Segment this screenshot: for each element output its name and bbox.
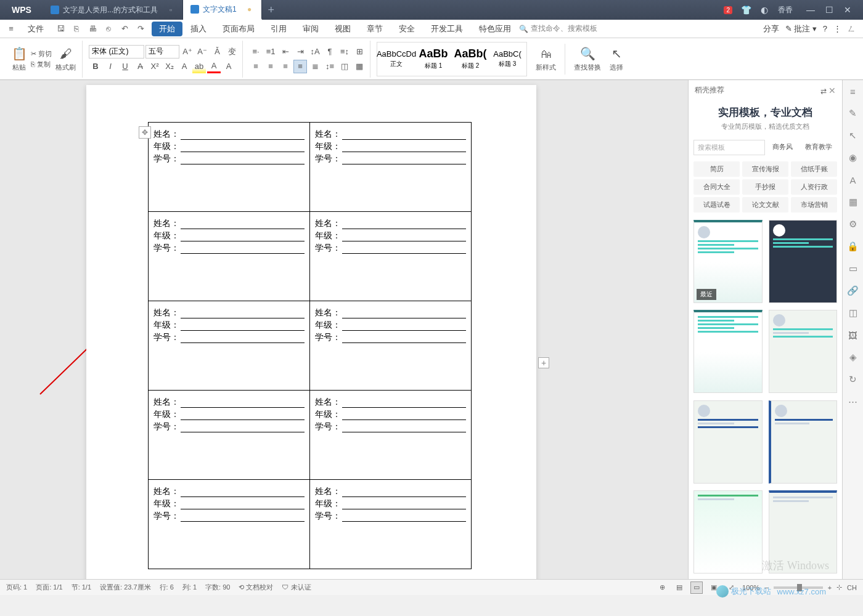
- menu-section[interactable]: 章节: [359, 20, 391, 38]
- category-tag[interactable]: 市场营销: [791, 197, 837, 213]
- document-tab[interactable]: 文字是人类用...的方式和工具 ▫: [43, 0, 183, 20]
- view-page-icon[interactable]: ▭: [690, 582, 703, 594]
- rail-select-icon[interactable]: ↖: [847, 129, 859, 142]
- undo-icon[interactable]: ↶: [117, 22, 132, 36]
- template-thumb[interactable]: 最近: [693, 220, 763, 303]
- rail-history-icon[interactable]: ↻: [847, 373, 859, 386]
- style-normal[interactable]: AaBbCcDd正文: [378, 44, 414, 75]
- print-icon[interactable]: 🖶: [85, 22, 100, 36]
- category-tag[interactable]: 手抄报: [742, 179, 788, 195]
- form-cell[interactable]: 姓名：年级：学号：: [310, 123, 472, 212]
- rail-text-icon[interactable]: A: [847, 174, 859, 186]
- form-underline[interactable]: [181, 421, 305, 432]
- maximize-button[interactable]: ☐: [820, 1, 838, 19]
- char-shading-icon[interactable]: A: [222, 60, 235, 73]
- share-button[interactable]: 分享: [763, 23, 779, 34]
- rail-cube-icon[interactable]: ◈: [847, 351, 859, 363]
- status-auth[interactable]: 🛡 未认证: [282, 583, 311, 592]
- table-move-handle[interactable]: ✥: [139, 126, 151, 139]
- align-center-icon[interactable]: ≡: [264, 60, 277, 73]
- form-cell[interactable]: 姓名：年级：学号：: [310, 391, 472, 480]
- menu-special[interactable]: 特色应用: [471, 20, 519, 38]
- form-underline[interactable]: [342, 141, 466, 152]
- rail-collapse-icon[interactable]: ≡: [847, 85, 859, 97]
- template-thumb[interactable]: [693, 490, 763, 573]
- form-underline[interactable]: [181, 511, 305, 522]
- panel-close-icon[interactable]: ✕: [828, 86, 836, 95]
- document-page[interactable]: 姓名：年级：学号：姓名：年级：学号：姓名：年级：学号：姓名：年级：学号：姓名：年…: [86, 85, 536, 579]
- redo-icon[interactable]: ↷: [133, 22, 148, 36]
- form-underline[interactable]: [181, 498, 305, 509]
- numbering-icon[interactable]: ≡1: [264, 45, 277, 59]
- style-heading3[interactable]: AaBbC(标题 3: [489, 44, 525, 75]
- strikethrough-icon[interactable]: A̶: [133, 60, 147, 73]
- rail-image-icon[interactable]: 🖼: [847, 329, 859, 341]
- underline-icon[interactable]: U: [118, 60, 132, 73]
- font-color-icon[interactable]: A: [207, 60, 221, 73]
- show-marks-icon[interactable]: ¶: [323, 45, 337, 59]
- menu-page-layout[interactable]: 页面布局: [215, 20, 263, 38]
- grow-font-icon[interactable]: A⁺: [181, 45, 194, 59]
- help-icon[interactable]: ?: [823, 24, 827, 33]
- category-tag[interactable]: 试题试卷: [693, 197, 740, 213]
- status-page[interactable]: 页面: 1/1: [36, 583, 62, 592]
- collapse-ribbon-icon[interactable]: ㄥ: [848, 23, 856, 34]
- align-right-icon[interactable]: ≡: [279, 60, 292, 73]
- form-underline[interactable]: [342, 409, 466, 420]
- line-spacing-icon[interactable]: ≡↕: [338, 45, 351, 59]
- category-tag[interactable]: 简历: [693, 161, 740, 177]
- rail-settings-icon[interactable]: ⚙: [847, 218, 859, 230]
- form-underline[interactable]: [181, 320, 305, 331]
- format-painter-button[interactable]: 🖌格式刷: [53, 46, 78, 72]
- status-col[interactable]: 列: 1: [182, 583, 197, 592]
- clear-format-icon[interactable]: Ǎ: [210, 45, 224, 59]
- distribute-icon[interactable]: ≣: [308, 60, 322, 73]
- form-cell[interactable]: 姓名：年级：学号：: [149, 480, 310, 569]
- close-button[interactable]: ✕: [838, 1, 857, 19]
- rail-layout-icon[interactable]: ◫: [847, 307, 859, 319]
- style-gallery[interactable]: AaBbCcDd正文 AaBb标题 1 AaBb(标题 2 AaBbC(标题 3: [377, 42, 527, 76]
- form-underline[interactable]: [342, 486, 466, 497]
- template-thumb[interactable]: [769, 400, 838, 484]
- align-left-icon[interactable]: ≡: [249, 60, 263, 73]
- category-tag[interactable]: 论文文献: [742, 197, 788, 213]
- select-button[interactable]: ↖选择: [606, 46, 627, 72]
- form-underline[interactable]: [181, 243, 305, 254]
- form-cell[interactable]: 姓名：年级：学号：: [149, 212, 310, 301]
- command-search[interactable]: 🔍 查找命令、搜索模板: [519, 23, 597, 34]
- style-heading1[interactable]: AaBb标题 1: [415, 44, 451, 75]
- copy-button[interactable]: ⎘ 复制: [31, 60, 52, 69]
- panel-menu-icon[interactable]: ⇄ ✕: [820, 86, 836, 95]
- more-icon[interactable]: ⋮: [833, 24, 841, 33]
- rail-more-icon[interactable]: ⋯: [847, 395, 859, 408]
- table-add-column-button[interactable]: +: [538, 357, 549, 368]
- align-justify-icon[interactable]: ≡: [293, 60, 307, 73]
- new-style-button[interactable]: 🗛新样式: [533, 46, 558, 72]
- rail-table-icon[interactable]: ▦: [847, 196, 859, 208]
- phonetic-icon[interactable]: 变: [225, 45, 239, 59]
- comments-button[interactable]: ✎ 批注 ▾: [785, 23, 817, 34]
- category-tag[interactable]: 人资行政: [791, 179, 837, 195]
- form-underline[interactable]: [342, 397, 466, 408]
- paste-button[interactable]: 📋粘贴: [9, 46, 30, 72]
- form-cell[interactable]: 姓名：年级：学号：: [149, 391, 310, 480]
- filter-tab[interactable]: 教育教学: [800, 140, 837, 155]
- form-underline[interactable]: [342, 129, 466, 140]
- font-size-select[interactable]: [145, 45, 179, 59]
- font-name-select[interactable]: [89, 45, 144, 59]
- menu-dev-tools[interactable]: 开发工具: [423, 20, 471, 38]
- form-underline[interactable]: [342, 498, 466, 509]
- cut-button[interactable]: ✂ 剪切: [31, 49, 52, 59]
- rail-lock-icon[interactable]: 🔒: [847, 240, 859, 253]
- view-outline-icon[interactable]: ▤: [673, 582, 685, 594]
- fit-icon[interactable]: ⊹: [836, 583, 842, 591]
- tab-actions-icon[interactable]: ▫: [166, 6, 175, 14]
- form-underline[interactable]: [181, 218, 305, 229]
- form-underline[interactable]: [181, 486, 305, 497]
- menu-insert[interactable]: 插入: [182, 20, 215, 38]
- export-icon[interactable]: ⎋: [101, 22, 116, 36]
- form-cell[interactable]: 姓名：年级：学号：: [310, 301, 472, 391]
- status-proof[interactable]: ⟲ 文档校对: [239, 583, 273, 592]
- menu-references[interactable]: 引用: [263, 20, 295, 38]
- user-name[interactable]: 香香: [778, 5, 793, 15]
